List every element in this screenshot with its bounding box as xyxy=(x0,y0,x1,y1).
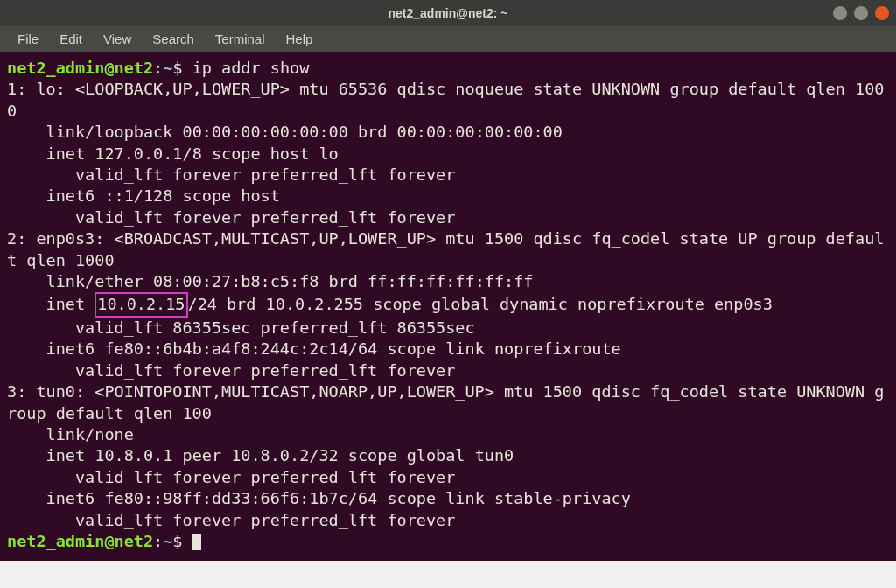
window-title: net2_admin@net2: ~ xyxy=(388,6,508,20)
prompt-dollar: $ xyxy=(172,532,192,550)
prompt-path: ~ xyxy=(163,532,172,550)
menu-terminal[interactable]: Terminal xyxy=(206,28,274,50)
highlighted-ip: 10.0.2.15 xyxy=(94,292,187,317)
terminal-window: net2_admin@net2: ~ File Edit View Search… xyxy=(0,0,896,561)
output-line: 1: lo: <LOOPBACK,UP,LOWER_UP> mtu 65536 … xyxy=(7,80,884,119)
cursor-icon xyxy=(192,534,201,550)
output-line: 3: tun0: <POINTOPOINT,MULTICAST,NOARP,UP… xyxy=(7,382,884,422)
close-icon[interactable] xyxy=(875,6,889,20)
menu-search[interactable]: Search xyxy=(144,28,203,50)
output-line: inet 10.8.0.1 peer 10.8.0.2/32 scope glo… xyxy=(7,446,514,465)
output-line: link/loopback 00:00:00:00:00:00 brd 00:0… xyxy=(7,122,563,141)
prompt-sep: : xyxy=(153,59,163,77)
maximize-icon[interactable] xyxy=(854,6,868,20)
output-line: valid_lft forever preferred_lft forever xyxy=(7,165,455,184)
output-line: valid_lft forever preferred_lft forever xyxy=(7,208,455,227)
inet-pre: inet xyxy=(7,295,94,313)
prompt-dollar: $ xyxy=(172,59,192,77)
output-line: inet6 fe80::6b4b:a4f8:244c:2c14/64 scope… xyxy=(7,340,621,358)
prompt-path: ~ xyxy=(163,59,172,77)
output-line: valid_lft 86355sec preferred_lft 86355se… xyxy=(7,318,475,337)
menu-edit[interactable]: Edit xyxy=(51,28,91,50)
output-line: valid_lft forever preferred_lft forever xyxy=(7,468,455,486)
menu-file[interactable]: File xyxy=(9,28,47,50)
command-text: ip addr show xyxy=(192,59,310,77)
prompt-userhost: net2_admin@net2 xyxy=(7,59,153,77)
output-line: inet6 fe80::98ff:dd33:66f6:1b7c/64 scope… xyxy=(7,489,631,508)
output-line: 2: enp0s3: <BROADCAST,MULTICAST,UP,LOWER… xyxy=(7,229,884,269)
output-line: link/none xyxy=(7,425,134,444)
output-line: inet6 ::1/128 scope host xyxy=(7,186,280,205)
output-line: valid_lft forever preferred_lft forever xyxy=(7,511,455,529)
terminal-body[interactable]: net2_admin@net2:~$ ip addr show 1: lo: <… xyxy=(0,52,896,561)
prompt-sep: : xyxy=(153,532,163,550)
window-controls xyxy=(833,6,889,20)
prompt-userhost: net2_admin@net2 xyxy=(7,532,153,550)
menu-help[interactable]: Help xyxy=(277,28,322,50)
menu-view[interactable]: View xyxy=(94,28,140,50)
output-line: inet 127.0.0.1/8 scope host lo xyxy=(7,144,339,163)
output-line: valid_lft forever preferred_lft forever xyxy=(7,361,455,380)
inet-post: /24 brd 10.0.2.255 scope global dynamic … xyxy=(188,295,773,313)
minimize-icon[interactable] xyxy=(833,6,847,20)
titlebar: net2_admin@net2: ~ xyxy=(0,0,896,26)
menubar: File Edit View Search Terminal Help xyxy=(0,26,896,52)
output-line: link/ether 08:00:27:b8:c5:f8 brd ff:ff:f… xyxy=(7,272,533,290)
